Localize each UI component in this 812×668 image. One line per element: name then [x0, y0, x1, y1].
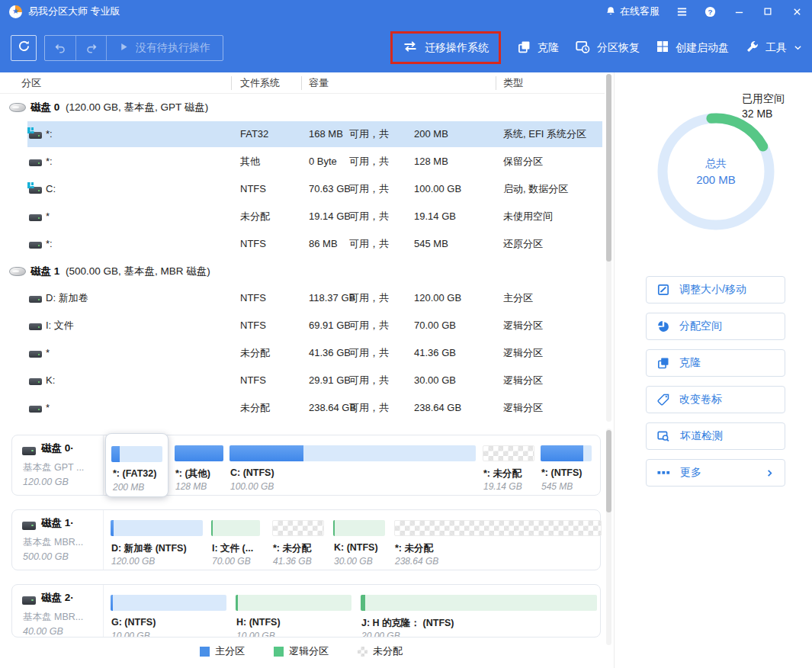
partition-row[interactable]: D: 新加卷NTFS118.37 GB可用，共120.00 GB主分区 [0, 284, 605, 312]
partition-drive-icon [29, 130, 42, 139]
partition-label: * [46, 339, 50, 367]
drive-led [38, 409, 40, 410]
more-icon [657, 470, 670, 475]
partition-row[interactable]: *:其他0 Byte可用，共128 MB保留分区 [0, 148, 605, 175]
disk-map-card[interactable]: 磁盘 0·基本盘 GPT ...120.00 GB*: (FAT32)200 M… [11, 435, 601, 496]
disk-group-row[interactable]: 磁盘 0(120.00 GB, 基本盘, GPT 磁盘) [0, 94, 605, 120]
partition-block[interactable]: D: 新加卷 (NTFS)120.00 GB [111, 510, 203, 570]
sidebar-action-6[interactable]: 更多 [646, 459, 785, 487]
migrate-os-button[interactable]: 迁移操作系统 [390, 31, 501, 64]
minimize-button[interactable] [733, 5, 745, 18]
free-space-value: 19.14 GB [309, 203, 351, 230]
partition-recovery-button[interactable]: 分区恢复 [576, 40, 640, 56]
partition-label: *: [46, 230, 53, 258]
partition-block-label: I: 文件 (... [212, 542, 253, 555]
migrate-os-label: 迁移操作系统 [425, 41, 489, 55]
partition-block[interactable]: I: 文件 (...70.00 GB [211, 510, 260, 570]
disk-name: 磁盘 2· [41, 591, 74, 605]
partition-row[interactable]: *:NTFS86 MB可用，共545 MB还原分区 [0, 230, 605, 258]
partition-block-size: 10.00 GB [111, 631, 150, 637]
online-service-button[interactable]: 在线客服 [605, 5, 660, 18]
drive-led [38, 381, 40, 383]
sidebar-action-5[interactable]: 坏道检测 [646, 422, 785, 450]
clone-label: 克隆 [538, 41, 559, 55]
partition-type-value: 逻辑分区 [503, 339, 543, 367]
partition-block[interactable]: C: (NTFS)100.00 GB [229, 435, 476, 495]
drive-led [38, 135, 40, 136]
disk-icon [9, 103, 26, 112]
table-scrollbar-thumb[interactable] [606, 74, 611, 262]
partition-row[interactable]: K:NTFS29.91 GB可用，共30.00 GB逻辑分区 [0, 367, 605, 394]
partition-row[interactable]: C:NTFS70.63 GB可用，共100.00 GB启动, 数据分区 [0, 175, 605, 203]
partition-used-fill [236, 595, 238, 611]
partition-block[interactable]: *: 未分配238.64 GB [394, 510, 602, 570]
selected-partition-block[interactable]: *: (FAT32)200 MB [105, 433, 168, 497]
partition-block-size: 30.00 GB [334, 556, 373, 567]
drive-body [29, 351, 42, 358]
capacity-separator-label: 可用，共 [349, 284, 389, 312]
column-header-capacity: 容量 [309, 72, 329, 94]
partition-block[interactable]: *: (其他)128 MB [175, 435, 223, 495]
partition-block[interactable]: K: (NTFS)30.00 GB [333, 510, 385, 570]
partition-drive-icon [29, 213, 42, 221]
partition-usage-bar [361, 595, 597, 611]
sidebar-action-2[interactable]: 分配空间 [646, 313, 785, 340]
unallocated-swatch-icon [358, 647, 367, 657]
legend-label: 主分区 [215, 644, 245, 658]
sidebar-action-label: 调整大小/移动 [679, 283, 746, 297]
logical-swatch-icon [274, 647, 284, 657]
partition-block[interactable]: J: H 的克隆： (NTFS)20.00 GB [361, 585, 597, 637]
partition-drive-icon [29, 322, 42, 330]
help-icon[interactable]: ? [704, 6, 716, 18]
total-space-value: 120.00 GB [414, 284, 461, 312]
partition-row[interactable]: *:FAT32168 MB可用，共200 MB系统, EFI 系统分区 [0, 120, 605, 148]
sidebar-action-3[interactable]: 克隆 [646, 349, 785, 377]
close-button[interactable] [791, 5, 803, 18]
disk-map-card[interactable]: 磁盘 1·基本盘 MBR...500.00 GBD: 新加卷 (NTFS)120… [11, 509, 601, 570]
partition-row[interactable]: *未分配238.64 GB可用，共238.64 GB逻辑分区 [0, 394, 605, 422]
partition-usage-bar [211, 520, 260, 536]
partition-type-value: 逻辑分区 [503, 394, 543, 422]
partition-usage-bar [111, 595, 226, 611]
filesystem-value: NTFS [240, 367, 266, 394]
partition-row[interactable]: I: 文件NTFS69.91 GB可用，共70.00 GB逻辑分区 [0, 312, 605, 339]
maximize-button[interactable] [762, 5, 774, 18]
app-title: 易我分区大师 专业版 [28, 5, 120, 18]
partition-block[interactable]: G: (NTFS)10.00 GB [111, 585, 226, 637]
partition-block[interactable]: H: (NTFS)10.00 GB [236, 585, 351, 637]
capacity-separator-label: 可用，共 [349, 312, 389, 339]
filesystem-value: 未分配 [240, 339, 270, 367]
redo-button[interactable] [75, 36, 106, 60]
filesystem-value: 其他 [240, 148, 260, 175]
clone-button[interactable]: 克隆 [518, 40, 559, 56]
partition-row[interactable]: *未分配41.36 GB可用，共41.36 GB逻辑分区 [0, 339, 605, 367]
sidebar-action-1[interactable]: 调整大小/移动 [646, 276, 785, 303]
disk-size: 40.00 GB [23, 626, 63, 637]
legend-label: 逻辑分区 [289, 644, 329, 658]
operation-list-icon[interactable] [676, 6, 688, 18]
partition-row[interactable]: *未分配19.14 GB可用，共19.14 GB未使用空间 [0, 203, 605, 230]
partition-recovery-label: 分区恢复 [597, 41, 640, 55]
total-space-value: 41.36 GB [414, 339, 456, 367]
tools-menu-button[interactable]: 工具 [746, 40, 802, 56]
refresh-icon [18, 40, 30, 56]
diskmap-scrollbar-thumb[interactable] [606, 430, 611, 512]
free-space-value: 69.91 GB [309, 312, 351, 339]
partition-block[interactable]: *: (NTFS)545 MB [541, 435, 592, 495]
sidebar-action-4[interactable]: 改变卷标 [646, 386, 785, 413]
partition-block[interactable]: *: 未分配41.36 GB [272, 510, 324, 570]
undo-button[interactable] [45, 36, 75, 60]
svg-text:?: ? [708, 7, 712, 15]
partition-block[interactable]: *: 未分配19.14 GB [483, 435, 534, 495]
disk-group-row[interactable]: 磁盘 1(500.00 GB, 基本盘, MBR 磁盘) [0, 258, 605, 284]
disk-subtitle: 基本盘 MBR... [23, 536, 83, 549]
disk-map-label: 磁盘 1·基本盘 MBR...500.00 GB [12, 510, 104, 570]
create-boot-disk-button[interactable]: 创建启动盘 [656, 40, 729, 55]
drive-body [29, 242, 42, 249]
refresh-button[interactable] [11, 35, 37, 61]
execute-operations-button[interactable]: 没有待执行操作 [106, 36, 223, 60]
disk-map-card[interactable]: 磁盘 2·基本盘 MBR...40.00 GBG: (NTFS)10.00 GB… [11, 584, 601, 637]
partition-block-label: J: H 的克隆： (NTFS) [361, 617, 454, 630]
play-icon [119, 42, 129, 54]
partition-usage-bar [272, 520, 324, 536]
